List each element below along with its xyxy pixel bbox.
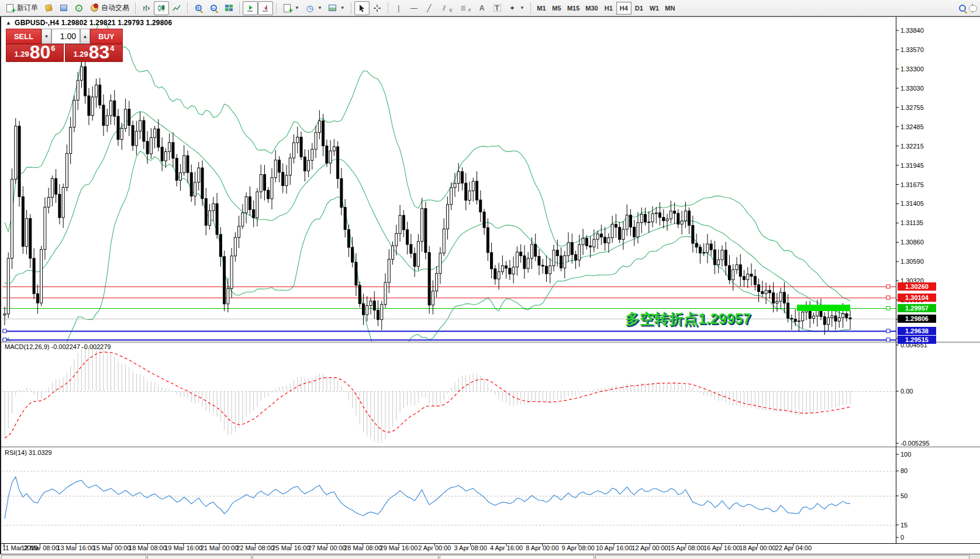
bar-chart-button[interactable]: [139, 1, 154, 15]
cursor-icon: [357, 4, 367, 13]
signals-icon: [74, 4, 84, 13]
zoom-out-button[interactable]: −: [206, 1, 221, 15]
horizontal-line-icon: —: [409, 4, 419, 13]
candlestick-chart-button[interactable]: [154, 1, 169, 15]
periods-button[interactable]: ◷▼: [302, 1, 325, 15]
chart-tabs-strip: [0, 554, 980, 559]
timeframe-button-D1[interactable]: D1: [632, 2, 647, 15]
symbol-marker-icon: ▲: [6, 20, 11, 26]
tile-windows-button[interactable]: [221, 1, 236, 15]
profiles-button[interactable]: [56, 1, 71, 15]
zoom-out-icon: −: [211, 5, 217, 11]
chart-tab[interactable]: [1, 555, 146, 559]
chat-button[interactable]: [972, 4, 973, 12]
channel-tool-button[interactable]: ⫽E: [437, 1, 456, 15]
sell-price-big: 80: [30, 43, 51, 61]
auto-scroll-icon: [246, 4, 255, 13]
chart-title: ▲ GBPUSD-,H4 1.29802 1.29821 1.29793 1.2…: [6, 19, 172, 27]
rsi-layer: [2, 471, 896, 525]
label-tool-button[interactable]: T: [489, 1, 505, 15]
chart-tab[interactable]: [595, 555, 969, 559]
indicators-icon: [282, 4, 292, 13]
date-axis-label: 29 Mar 16:00: [380, 544, 418, 551]
date-axis-label: 13 Mar 16:00: [57, 544, 95, 551]
chart-tab[interactable]: [253, 555, 439, 559]
main-toolbar: 新订单 自动交易 + −: [0, 0, 980, 16]
line-chart-button[interactable]: [169, 1, 184, 15]
buy-price-big: 83: [89, 43, 110, 61]
sell-price[interactable]: 1.29806: [6, 44, 64, 62]
caret-down-icon: ▼: [295, 5, 299, 11]
auto-scroll-button[interactable]: [243, 1, 258, 15]
template-icon: [328, 4, 337, 13]
line-chart-icon: [172, 4, 181, 13]
timeframe-button-H1[interactable]: H1: [601, 2, 616, 15]
crosshair-icon: [372, 4, 382, 13]
date-axis-label: 12 Mar 08:00: [21, 544, 59, 551]
chart-tab[interactable]: [440, 555, 594, 559]
rsi-axis-tick: 15: [900, 522, 941, 529]
search-button[interactable]: [959, 5, 966, 12]
chart-shift-icon: [261, 4, 270, 13]
timeframe-button-M15[interactable]: M15: [564, 2, 582, 15]
chart-tab[interactable]: [147, 555, 251, 559]
crosshair-button[interactable]: [370, 1, 385, 15]
timeframe-button-W1[interactable]: W1: [647, 2, 662, 15]
trendline-tool-button[interactable]: ╱: [422, 1, 437, 15]
price-level-badge: 1.29638: [898, 327, 936, 335]
price-axis-tick: 1.30860: [900, 239, 941, 246]
chart-shift-button[interactable]: [258, 1, 273, 15]
date-axis-label: 22 Apr 04:00: [775, 544, 812, 551]
buy-price[interactable]: 1.29834: [65, 44, 123, 62]
rsi-axis-tick: 80: [900, 467, 941, 474]
buy-price-prefix: 1.29: [73, 50, 88, 58]
price-axis-tick: 1.31675: [900, 181, 941, 188]
indicators-button[interactable]: ▼: [279, 1, 302, 15]
volume-input[interactable]: [51, 29, 80, 44]
timeframe-button-M30[interactable]: M30: [582, 2, 601, 15]
cursor-button[interactable]: [354, 1, 370, 15]
signals-button[interactable]: [71, 1, 87, 15]
clock-icon: ◷: [305, 4, 315, 13]
trendline-icon: ╱: [425, 4, 434, 13]
date-axis-label: 18 Apr 00:00: [739, 544, 775, 551]
zoom-in-button[interactable]: +: [191, 1, 206, 15]
price-level-badge: 1.30260: [898, 282, 936, 291]
symbol-ohlc-text: GBPUSD-,H4 1.29802 1.29821 1.29793 1.298…: [15, 19, 172, 27]
tile-windows-icon: [225, 5, 233, 11]
price-axis-tick: 1.31945: [900, 162, 941, 169]
channel-icon: ⫽: [440, 4, 449, 13]
horizontal-line-tool-button[interactable]: —: [406, 1, 422, 15]
buy-price-pip: 4: [110, 44, 114, 53]
macd-axis-tick: -0.005295: [900, 440, 941, 447]
rsi-axis-tick: 0: [900, 534, 941, 541]
toolbar-separator: [135, 2, 136, 14]
date-axis-label: 27 Mar 00:00: [308, 544, 346, 551]
highlight-box: [797, 305, 850, 311]
timeframe-button-MN[interactable]: MN: [662, 2, 678, 15]
new-chart-button[interactable]: [41, 1, 56, 15]
timeframe-button-M5[interactable]: M5: [549, 2, 564, 15]
label-tool-icon: T: [494, 4, 501, 12]
rsi-axis-tick: 50: [900, 492, 941, 499]
date-axis-label: 28 Mar 08:00: [344, 544, 382, 551]
price-axis-tick: 1.30590: [900, 258, 941, 265]
templates-button[interactable]: ▼: [325, 1, 348, 15]
overlay-shapes-layer: [3, 285, 890, 341]
text-tool-button[interactable]: A: [474, 1, 489, 15]
profiles-icon: [59, 4, 68, 13]
date-axis-label: 25 Mar 16:00: [272, 544, 310, 551]
fibonacci-tool-button[interactable]: ≣F: [456, 1, 474, 15]
timeframe-button-H4[interactable]: H4: [616, 2, 632, 15]
vertical-line-tool-button[interactable]: |: [391, 1, 406, 15]
rsi-axis-tick: 100: [900, 451, 941, 458]
autotrading-button[interactable]: 自动交易: [87, 1, 132, 15]
chart-annotation-text[interactable]: 多空转折点1.29957: [625, 309, 751, 329]
date-axis-label: 2 Apr 00:00: [418, 544, 451, 551]
chart-surface[interactable]: [1, 17, 980, 554]
arrows-tool-button[interactable]: ✦▼: [505, 1, 527, 15]
toolbar-separator: [530, 2, 531, 14]
timeframe-button-M1[interactable]: M1: [534, 2, 549, 15]
new-order-button[interactable]: 新订单: [2, 1, 41, 15]
rsi-label: RSI(14) 31.0329: [5, 449, 52, 456]
